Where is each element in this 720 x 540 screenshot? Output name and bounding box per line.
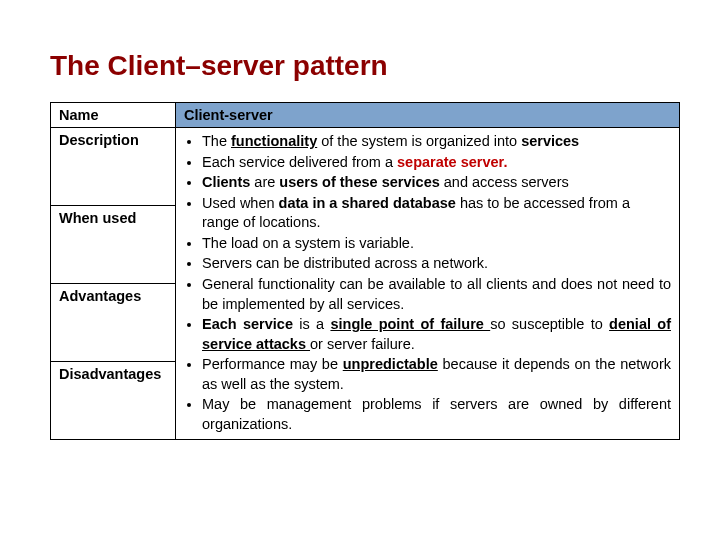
list-item: Clients are users of these services and … (202, 173, 671, 193)
list-item: Each service is a single point of failur… (202, 315, 671, 354)
pattern-table: Name Client-server Description The funct… (50, 102, 680, 440)
row-label-description: Description (51, 128, 176, 206)
list-item: May be management problems if servers ar… (202, 395, 671, 434)
list-item: The functionality of the system is organ… (202, 132, 671, 152)
list-item: Used when data in a shared database has … (202, 194, 671, 233)
list-item: Performance may be unpredictable because… (202, 355, 671, 394)
list-item: The load on a system is variable. (202, 234, 671, 254)
row-label-advantages: Advantages (51, 284, 176, 362)
list-item: Servers can be distributed across a netw… (202, 254, 671, 274)
bullet-list: The functionality of the system is organ… (184, 132, 671, 434)
name-value: Client-server (176, 103, 680, 128)
list-item: General functionality can be available t… (202, 275, 671, 314)
row-label-disadvantages: Disadvantages (51, 362, 176, 440)
row-label-name: Name (51, 103, 176, 128)
list-item: Each service delivered from a separate s… (202, 153, 671, 173)
page-title: The Client–server pattern (50, 50, 680, 82)
content-cell: The functionality of the system is organ… (176, 128, 680, 440)
row-label-when: When used (51, 206, 176, 284)
